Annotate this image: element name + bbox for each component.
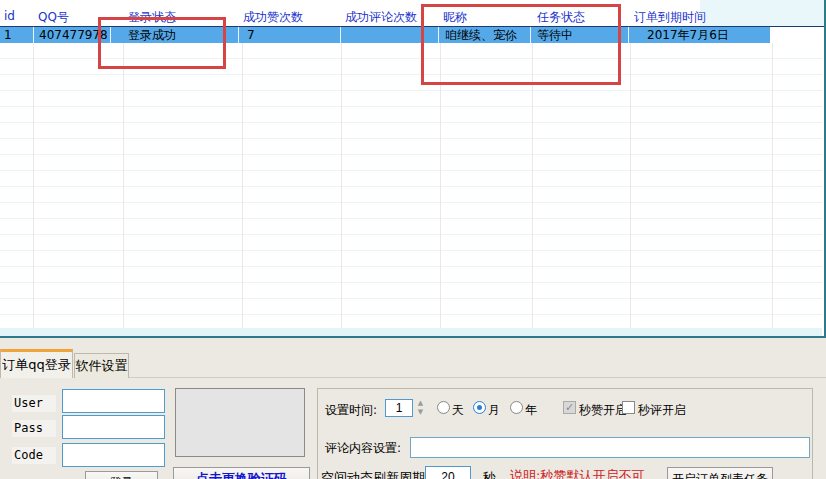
check-icon: ✓ <box>565 401 574 414</box>
tab-order-qq-login[interactable]: 订单qq登录 <box>0 349 73 378</box>
column-separator <box>123 43 124 336</box>
refresh-unit-label: 秒 <box>483 469 496 479</box>
radio-day-label[interactable]: 天 <box>452 402 464 419</box>
refresh-period-label: 空间动态刷新周期 <box>321 469 425 479</box>
column-header-id[interactable]: id <box>4 9 15 23</box>
radio-day[interactable] <box>437 401 450 414</box>
user-input[interactable] <box>62 389 165 413</box>
user-label: User <box>12 395 56 412</box>
captcha-image <box>175 388 305 457</box>
comment-content-label: 评论内容设置: <box>325 440 401 457</box>
column-header-like-count[interactable]: 成功赞次数 <box>243 9 303 26</box>
column-separator <box>440 43 441 336</box>
cell-like-count: 7 <box>239 27 340 43</box>
time-value-input[interactable] <box>385 399 413 417</box>
checkbox-auto-like[interactable]: ✓ <box>563 401 576 414</box>
code-input[interactable] <box>62 443 165 467</box>
chevron-down-icon[interactable]: ▼ <box>418 409 423 416</box>
nickname-task-highlight-box <box>421 4 621 85</box>
set-time-label: 设置时间: <box>325 402 377 419</box>
note-text: 说明:秒赞默认开启不可 <box>510 467 644 479</box>
radio-month-label[interactable]: 月 <box>488 402 500 419</box>
comment-content-input[interactable] <box>410 437 810 458</box>
radio-year[interactable] <box>510 401 523 414</box>
column-separator <box>772 43 773 336</box>
column-separator <box>33 43 34 336</box>
start-order-task-button[interactable]: 开启订单列表任务 <box>667 467 773 479</box>
refresh-period-input[interactable] <box>425 466 471 479</box>
cell-expire-date: 2017年7月6日 <box>629 27 769 43</box>
checkbox-auto-comment[interactable] <box>622 401 635 414</box>
bottom-panel: 订单qq登录 软件设置 User Pass Code 登录 点击更换验证码 设置… <box>0 338 826 479</box>
header-right-tint <box>700 0 824 26</box>
tab-software-settings[interactable]: 软件设置 <box>74 353 129 378</box>
column-header-comment-count[interactable]: 成功评论次数 <box>345 9 417 26</box>
login-button[interactable]: 登录 <box>85 471 158 479</box>
pass-label: Pass <box>12 420 56 437</box>
tab-strip-line <box>129 377 826 378</box>
radio-year-label[interactable]: 年 <box>525 402 537 419</box>
checkbox-auto-like-label[interactable]: 秒赞开启 <box>579 402 627 419</box>
column-separator <box>532 43 533 336</box>
column-header-qq[interactable]: QQ号 <box>38 9 69 26</box>
column-separator <box>630 43 631 336</box>
login-status-highlight-box <box>98 17 226 69</box>
highlighted-empty-row <box>0 328 822 336</box>
change-captcha-button[interactable]: 点击更换验证码 <box>173 467 310 479</box>
checkbox-auto-comment-label[interactable]: 秒评开启 <box>638 402 686 419</box>
cell-id: 1 <box>0 27 33 43</box>
radio-month[interactable] <box>473 401 486 414</box>
chevron-up-icon[interactable]: ▲ <box>418 400 423 407</box>
app-window: id QQ号 登录状态 成功赞次数 成功评论次数 昵称 任务状态 订单到期时间 … <box>0 0 826 479</box>
column-separator <box>341 43 342 336</box>
column-separator <box>242 43 243 336</box>
time-spinner[interactable]: ▲ ▼ <box>415 399 426 417</box>
column-header-expire-date[interactable]: 订单到期时间 <box>634 9 706 26</box>
pass-input[interactable] <box>62 415 165 439</box>
code-label: Code <box>12 447 56 464</box>
